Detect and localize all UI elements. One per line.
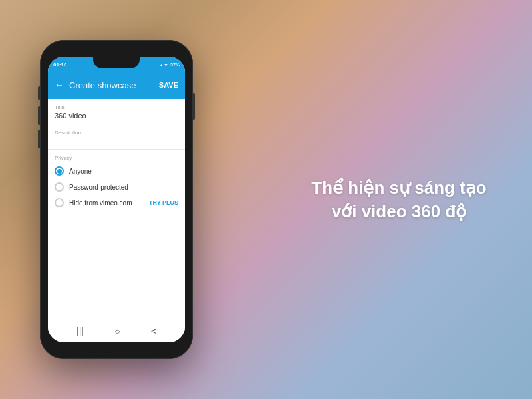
nav-home[interactable]: ○ <box>114 326 120 336</box>
app-header: ← Create showcase SAVE <box>48 71 185 99</box>
app-content: Title 360 video Description Privacy An <box>48 99 185 207</box>
phone-screen: 01:10 ▲▼ 37% ← Create showcase SAVE Titl… <box>48 57 185 342</box>
promo-line-1: Thể hiện sự sáng tạo <box>311 178 486 198</box>
privacy-option-hide[interactable]: Hide from vimeo.com TRY PLUS <box>55 198 178 207</box>
signal-icon: ▲▼ <box>159 63 168 67</box>
back-button[interactable]: ← <box>55 80 64 90</box>
title-field-section: Title 360 video <box>48 99 185 124</box>
password-label: Password-protected <box>69 184 178 191</box>
description-label: Description <box>55 130 178 136</box>
radio-anyone[interactable] <box>55 166 64 176</box>
promo-text: Thể hiện sự sáng tạo với video 360 độ <box>306 176 492 224</box>
try-plus-button[interactable]: TRY PLUS <box>149 200 178 206</box>
bottom-nav: ||| ○ < <box>48 319 185 342</box>
page-title: Create showcase <box>69 80 154 90</box>
power-button <box>193 93 195 120</box>
nav-recent-apps[interactable]: ||| <box>76 326 84 336</box>
promo-line-2: với video 360 độ <box>332 201 467 221</box>
silent-button <box>38 86 40 100</box>
privacy-label: Privacy <box>55 155 178 161</box>
nav-back[interactable]: < <box>151 326 156 336</box>
status-icons: ▲▼ 37% <box>159 63 180 67</box>
save-button[interactable]: SAVE <box>159 81 178 89</box>
radio-password[interactable] <box>55 182 64 192</box>
scene: 01:10 ▲▼ 37% ← Create showcase SAVE Titl… <box>0 0 532 399</box>
phone-device: 01:10 ▲▼ 37% ← Create showcase SAVE Titl… <box>40 40 193 359</box>
title-input[interactable]: 360 video <box>55 112 178 124</box>
radio-hide[interactable] <box>55 198 64 207</box>
privacy-option-password[interactable]: Password-protected <box>55 182 178 192</box>
description-field-section: Description <box>48 124 185 150</box>
hide-label: Hide from vimeo.com <box>69 200 144 207</box>
title-label: Title <box>55 104 178 110</box>
radio-anyone-inner <box>57 169 62 174</box>
phone-notch <box>93 57 140 68</box>
battery-indicator: 37% <box>170 63 180 67</box>
volume-down-button <box>38 130 40 148</box>
anyone-label: Anyone <box>69 168 178 175</box>
status-time: 01:10 <box>53 62 66 68</box>
volume-up-button <box>38 106 40 125</box>
privacy-section: Privacy Anyone Password-protected <box>48 150 185 207</box>
privacy-option-anyone[interactable]: Anyone <box>55 166 178 176</box>
